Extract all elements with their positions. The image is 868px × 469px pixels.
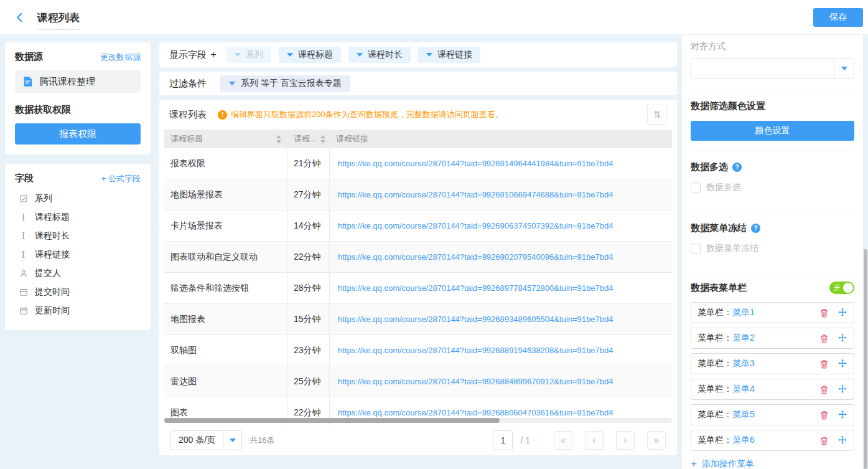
move-icon[interactable] <box>838 410 847 420</box>
delete-icon[interactable] <box>819 359 829 369</box>
option-check-icon <box>19 194 28 204</box>
cell-course-duration: 25分钟 <box>287 366 330 397</box>
vertical-scrollbar[interactable] <box>864 249 867 469</box>
menu-item-name[interactable]: 菜单6 <box>732 435 755 446</box>
menu-item-name[interactable]: 菜单4 <box>732 384 755 395</box>
help-icon[interactable]: ? <box>751 224 760 233</box>
course-link[interactable]: https://ke.qq.com/course/2870144?taid=99… <box>338 252 613 262</box>
column-label: 课程... <box>294 133 317 144</box>
cell-course-duration: 23分钟 <box>287 335 330 366</box>
last-page-button[interactable]: » <box>647 431 666 450</box>
delete-icon[interactable] <box>819 435 829 445</box>
warning-icon: ! <box>218 110 227 120</box>
first-page-button[interactable]: « <box>554 431 572 450</box>
access-title: 数据获取权限 <box>15 104 141 116</box>
menu-item-prefix: 菜单栏： <box>698 307 732 318</box>
course-link[interactable]: https://ke.qq.com/course/2870144?taid=99… <box>338 315 613 324</box>
move-icon[interactable] <box>838 359 847 369</box>
sort-arrows-icon[interactable] <box>320 135 325 143</box>
page-size-select[interactable]: 200 条/页 <box>170 430 242 450</box>
report-permission-button[interactable]: 报表权限 <box>15 123 141 144</box>
course-link[interactable]: https://ke.qq.com/course/2870144?taid=99… <box>338 346 613 355</box>
column-header-course-duration[interactable]: 课程... <box>287 130 330 148</box>
page-number-input[interactable] <box>493 430 513 450</box>
filter-bar: 过滤条件 系列 等于 百宝云报表专题 <box>159 72 677 95</box>
menu-freeze-checkbox-row[interactable]: 数据菜单冻结 <box>691 243 854 254</box>
sort-updown-icon: ⇅ <box>653 109 661 120</box>
course-link[interactable]: https://ke.qq.com/course/2870144?taid=99… <box>338 190 613 199</box>
display-field-tag-course-title[interactable]: 课程标题 <box>279 47 341 63</box>
formula-field-link[interactable]: + 公式字段 <box>101 173 141 184</box>
field-label: 提交时间 <box>35 287 70 298</box>
prev-page-button[interactable]: ‹ <box>585 431 604 450</box>
filter-condition-tag[interactable]: 系列 等于 百宝云报表专题 <box>220 75 350 92</box>
table-row: 报表权限 21分钟 https://ke.qq.com/course/28701… <box>164 148 672 179</box>
align-select[interactable] <box>691 59 854 78</box>
field-item-course-duration[interactable]: I 课程时长 <box>15 227 141 245</box>
delete-icon[interactable] <box>819 308 829 318</box>
column-header-course-link[interactable]: 课程链接 <box>330 130 672 148</box>
menu-item-prefix: 菜单栏： <box>698 358 732 369</box>
field-item-submit-time[interactable]: 提交时间 <box>15 283 141 301</box>
pagination-bar: 200 条/页 共16条 / 1 « ‹ › » <box>159 425 677 455</box>
table-row: 地图场景报表 27分钟 https://ke.qq.com/course/287… <box>164 179 672 211</box>
table-titlebar: 课程列表 ! 编辑界面只取数据源前200条作为查询数据预览，完整数据请访问页面查… <box>159 100 677 130</box>
course-link[interactable]: https://ke.qq.com/course/2870144?taid=99… <box>338 159 613 168</box>
toggle-knob <box>843 283 853 293</box>
help-icon[interactable]: ? <box>732 163 742 172</box>
back-button[interactable] <box>12 10 27 25</box>
move-icon[interactable] <box>838 435 847 445</box>
text-field-icon: I <box>19 250 28 260</box>
move-icon[interactable] <box>838 308 847 318</box>
display-field-tag-series[interactable]: 系列 <box>226 47 271 63</box>
horizontal-scrollbar[interactable] <box>164 418 500 423</box>
text-field-icon: I <box>19 213 28 222</box>
menu-item-name[interactable]: 菜单1 <box>732 307 755 318</box>
checkbox-unchecked-icon[interactable] <box>691 182 701 192</box>
datasource-item[interactable]: 腾讯课程整理 <box>15 70 141 93</box>
field-item-update-time[interactable]: 更新时间 <box>15 301 141 320</box>
display-field-tag-course-duration[interactable]: 课程时长 <box>348 47 411 63</box>
field-label: 课程链接 <box>35 249 70 260</box>
course-link[interactable]: https://ke.qq.com/course/2870144?taid=99… <box>338 408 613 417</box>
move-icon[interactable] <box>838 333 847 343</box>
tag-label: 课程时长 <box>368 49 403 60</box>
field-list: 系列 I 课程标题 I 课程时长 I 课程链接 提交人 <box>15 189 141 320</box>
menu-bar-toggle-on[interactable]: 开 <box>829 282 854 294</box>
cell-course-title: 双轴图 <box>164 335 287 366</box>
checkbox-unchecked-icon[interactable] <box>691 244 701 253</box>
field-item-course-title[interactable]: I 课程标题 <box>15 208 141 227</box>
delete-icon[interactable] <box>819 410 829 420</box>
cell-course-title: 筛选条件和筛选按钮 <box>164 273 287 303</box>
menu-item-4: 菜单栏：菜单4 <box>691 379 854 400</box>
left-sidebar: 数据源 更改数据源 腾讯课程整理 数据获取权限 报表权限 字段 + 公式字段 系… <box>5 42 151 330</box>
course-link[interactable]: https://ke.qq.com/course/2870144?taid=99… <box>338 221 613 230</box>
filter-label: 过滤条件 <box>169 78 207 90</box>
sort-order-button[interactable]: ⇅ <box>647 105 667 125</box>
display-field-tag-course-link[interactable]: 课程链接 <box>418 47 480 63</box>
multi-select-checkbox-row[interactable]: 数据多选 <box>691 182 854 193</box>
save-button[interactable]: 保存 <box>813 8 863 27</box>
move-icon[interactable] <box>838 384 847 394</box>
field-item-course-link[interactable]: I 课程链接 <box>15 245 141 264</box>
add-action-menu-link[interactable]: + 添加操作菜单 <box>691 455 854 469</box>
menu-item-name[interactable]: 菜单2 <box>732 333 755 344</box>
field-item-series[interactable]: 系列 <box>15 189 141 208</box>
sort-arrows-icon[interactable] <box>276 135 281 143</box>
delete-icon[interactable] <box>819 384 829 394</box>
menu-item-name[interactable]: 菜单3 <box>732 358 755 369</box>
menu-item-name[interactable]: 菜单5 <box>732 409 755 420</box>
settings-sidebar: 对齐方式 数据筛选颜色设置 颜色设置 数据多选 ? 数据多选 数据菜单冻结 ? … <box>682 35 863 469</box>
delete-icon[interactable] <box>819 333 829 343</box>
column-header-course-title[interactable]: 课程标题 <box>164 130 287 148</box>
color-settings-button[interactable]: 颜色设置 <box>691 121 854 141</box>
course-link[interactable]: https://ke.qq.com/course/2870144?taid=99… <box>338 283 613 293</box>
cell-course-title: 报表权限 <box>164 148 287 179</box>
change-datasource-link[interactable]: 更改数据源 <box>100 52 141 63</box>
multi-select-title: 数据多选 <box>691 161 728 173</box>
next-page-button[interactable]: › <box>616 431 635 450</box>
cell-course-title: 地图报表 <box>164 304 287 334</box>
course-link[interactable]: https://ke.qq.com/course/2870144?taid=99… <box>338 377 613 386</box>
add-display-field-button[interactable]: + <box>210 49 217 61</box>
field-item-submitter[interactable]: 提交人 <box>15 264 141 283</box>
